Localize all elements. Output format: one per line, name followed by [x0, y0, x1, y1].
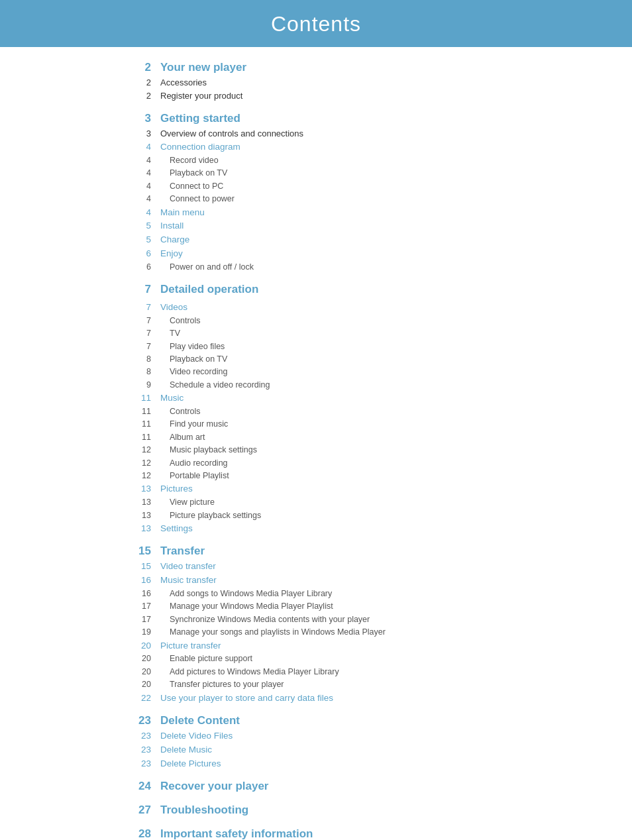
- toc-entry-text: Add pictures to Windows Media Player Lib…: [160, 666, 592, 678]
- toc-page-num: 13: [132, 482, 151, 496]
- toc-entry: 5Install: [132, 219, 592, 233]
- toc-entry: 4Connect to PC: [132, 180, 592, 193]
- toc-entry-text: Picture playback settings: [160, 509, 592, 522]
- toc-entry: 22Use your player to store and carry dat…: [132, 692, 592, 706]
- toc-entry: 2Accessories: [132, 76, 592, 89]
- toc-entry-text: Videos: [160, 301, 592, 315]
- toc-entry: 4Record video: [132, 154, 592, 167]
- toc-entry-text: Video transfer: [160, 560, 592, 574]
- toc-page-num: 6: [132, 247, 151, 261]
- toc-entry-text: TV: [160, 327, 592, 340]
- toc-entry-text: Picture transfer: [160, 639, 592, 653]
- toc-entry-text: Transfer pictures to your player: [160, 678, 592, 691]
- toc-page-num: 16: [132, 588, 151, 600]
- toc-entry-text: Controls: [160, 405, 592, 418]
- toc-page-num: 17: [132, 600, 151, 613]
- toc-entry-text: Portable Playlist: [160, 470, 592, 482]
- toc-entry-text: Playback on TV: [160, 353, 592, 366]
- toc-entry: 23Delete Content: [132, 712, 592, 729]
- toc-page-num: 8: [132, 353, 151, 366]
- toc-page-num: 2: [132, 89, 151, 103]
- toc-entry-text: Music transfer: [160, 574, 592, 588]
- toc-entry-text: Album art: [160, 431, 592, 444]
- toc-entry: 11Album art: [132, 431, 592, 444]
- toc-page-num: 13: [132, 522, 151, 536]
- toc-entry: 13Pictures: [132, 482, 592, 496]
- toc-entry: 12Audio recording: [132, 457, 592, 470]
- toc-page-num: 28: [132, 825, 151, 840]
- toc-entry: 11Find your music: [132, 418, 592, 431]
- toc-entry-text: Playback on TV: [160, 167, 592, 180]
- toc-entry-text: Manage your songs and playlists in Windo…: [160, 626, 592, 639]
- toc-page-num: 11: [132, 405, 151, 418]
- toc-entry-text: Use your player to store and carry data …: [160, 692, 592, 706]
- toc-entry-text: Delete Pictures: [160, 757, 592, 771]
- toc-spacer: [132, 771, 592, 778]
- toc-entry: 3Getting started: [132, 110, 592, 127]
- toc-page-num: 4: [132, 140, 151, 154]
- toc-page-num: 4: [132, 206, 151, 220]
- toc-entry: 7Play video files: [132, 341, 592, 353]
- toc-entry-text: Controls: [160, 315, 592, 327]
- toc-entry-text: Music: [160, 392, 592, 405]
- toc-entry: 20Add pictures to Windows Media Player L…: [132, 666, 592, 678]
- toc-entry: 13Picture playback settings: [132, 509, 592, 522]
- toc-page-num: 7: [132, 315, 151, 327]
- toc-entry-text: Charge: [160, 233, 592, 247]
- toc-entry: 23Delete Video Files: [132, 729, 592, 743]
- toc-entry: 11Controls: [132, 405, 592, 418]
- toc-entry-text: Your new player: [160, 59, 592, 76]
- toc-page-num: 13: [132, 509, 151, 522]
- toc-entry-text: View picture: [160, 496, 592, 509]
- toc-page-num: 2: [132, 59, 151, 76]
- toc-entry-text: Enjoy: [160, 247, 592, 261]
- toc-entry: 7Detailed operation: [132, 281, 592, 298]
- toc-page-num: 20: [132, 666, 151, 678]
- toc-entry: 20Enable picture support: [132, 653, 592, 665]
- toc-entry: 23Delete Pictures: [132, 757, 592, 771]
- toc-page-num: 15: [132, 543, 151, 560]
- toc-page-num: 7: [132, 341, 151, 353]
- toc-entry-text: Play video files: [160, 341, 592, 353]
- toc-entry-text: Settings: [160, 522, 592, 536]
- toc-entry-text: Record video: [160, 154, 592, 167]
- toc-entry-text: Register your product: [160, 89, 592, 103]
- toc-entry: 20Transfer pictures to your player: [132, 678, 592, 691]
- toc-page-num: 11: [132, 431, 151, 444]
- page-header: Contents: [0, 0, 632, 47]
- toc-entry-text: Transfer: [160, 543, 592, 560]
- toc-page-num: 19: [132, 626, 151, 639]
- toc-page-num: 11: [132, 392, 151, 405]
- toc-entry: 5Charge: [132, 233, 592, 247]
- toc-entry-text: Troubleshooting: [160, 802, 592, 819]
- toc-entry: 8Video recording: [132, 366, 592, 378]
- toc-page-num: 4: [132, 193, 151, 205]
- toc-page-num: 20: [132, 639, 151, 653]
- toc-page-num: 27: [132, 802, 151, 819]
- page: Contents 2Your new player2Accessories2Re…: [0, 0, 632, 840]
- toc-entry: 17Synchronize Windows Media contents wit…: [132, 613, 592, 626]
- toc-entry: 13View picture: [132, 496, 592, 509]
- toc-content: 2Your new player2Accessories2Register yo…: [0, 59, 632, 840]
- toc-entry: 7TV: [132, 327, 592, 340]
- toc-page-num: 9: [132, 379, 151, 392]
- toc-entry-text: Install: [160, 219, 592, 233]
- toc-page-num: 24: [132, 778, 151, 795]
- toc-entry: 15Transfer: [132, 543, 592, 560]
- toc-entry: 15Video transfer: [132, 560, 592, 574]
- toc-entry-text: Music playback settings: [160, 444, 592, 456]
- toc-page-num: 7: [132, 281, 151, 298]
- toc-entry-text: Overview of controls and connections: [160, 127, 592, 140]
- toc-entry-text: Schedule a video recording: [160, 379, 592, 392]
- toc-entry-text: Delete Music: [160, 743, 592, 757]
- toc-entry: 9Schedule a video recording: [132, 379, 592, 392]
- toc-spacer: [132, 536, 592, 543]
- toc-page-num: 4: [132, 154, 151, 167]
- toc-entry: 2Register your product: [132, 89, 592, 103]
- toc-entry: 13Settings: [132, 522, 592, 536]
- toc-entry: 7Controls: [132, 315, 592, 327]
- toc-page-num: 4: [132, 180, 151, 193]
- toc-entry: 16Music transfer: [132, 574, 592, 588]
- toc-entry: 6Enjoy: [132, 247, 592, 261]
- toc-page-num: 22: [132, 692, 151, 706]
